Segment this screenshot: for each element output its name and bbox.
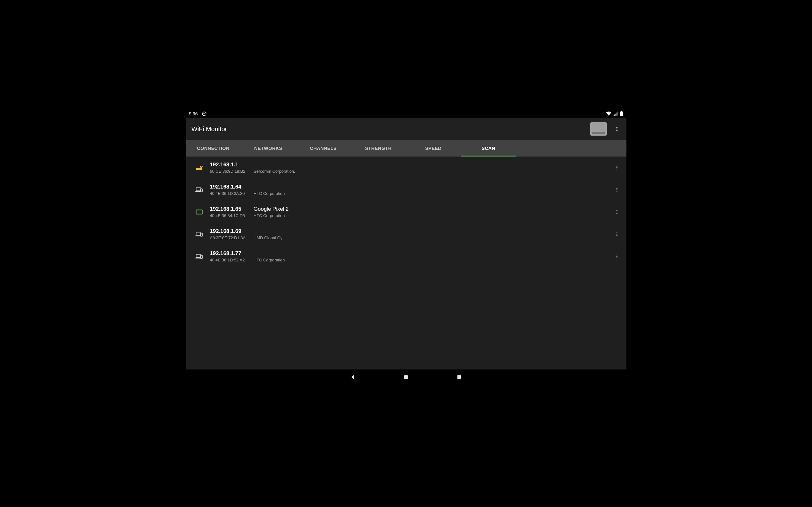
statusbar: 9:36 <box>186 110 626 118</box>
devices-icon <box>195 185 204 194</box>
wifi-icon <box>606 111 611 117</box>
scan-hostname <box>254 250 285 257</box>
scan-row[interactable]: 192.168.1.1 60:CE:86:9D:18:B2 Sercomm Co… <box>186 157 626 179</box>
tab-strength[interactable]: STRENGTH <box>351 140 406 157</box>
system-navbar <box>186 370 626 385</box>
scan-mac: A8:3E:0E:72:D1:8A <box>210 235 247 240</box>
scan-mac: 40:4E:36:1D:52:A2 <box>210 258 247 262</box>
this-device-icon <box>195 208 204 216</box>
scan-ip: 192.168.1.65 <box>210 206 247 212</box>
svg-rect-12 <box>457 375 461 379</box>
tabbar: CONNECTION NETWORKS CHANNELS STRENGTH SP… <box>186 140 626 157</box>
devices-icon <box>195 252 204 261</box>
row-overflow-button[interactable] <box>609 249 624 264</box>
devices-icon <box>195 230 204 239</box>
scan-mac: 40:4E:36:84:1C:D5 <box>210 213 247 218</box>
row-overflow-button[interactable] <box>609 182 624 198</box>
svg-rect-6 <box>196 210 202 214</box>
svg-point-1 <box>198 169 198 169</box>
scan-mac: 60:CE:86:9D:18:B2 <box>210 169 247 174</box>
tab-networks[interactable]: NETWORKS <box>241 140 296 157</box>
scan-mac: 40:4E:36:1D:2A:30 <box>210 191 247 196</box>
device-frame: 9:36 WiFi Monitor <box>186 110 626 385</box>
scan-vendor: HMD Global Oy <box>254 235 283 240</box>
scan-hostname <box>254 184 285 190</box>
ad-placeholder[interactable] <box>590 122 607 135</box>
svg-rect-4 <box>200 189 202 192</box>
tab-channels[interactable]: CHANNELS <box>296 140 351 157</box>
nav-recents-button[interactable] <box>455 373 464 382</box>
nav-back-button[interactable] <box>348 373 357 382</box>
scan-list[interactable]: 192.168.1.1 60:CE:86:9D:18:B2 Sercomm Co… <box>186 157 626 370</box>
svg-point-2 <box>199 169 199 169</box>
row-overflow-button[interactable] <box>609 205 624 220</box>
tab-speed[interactable]: SPEED <box>406 140 461 157</box>
scan-ip: 192.168.1.77 <box>210 250 247 257</box>
router-icon <box>195 163 204 172</box>
scan-ip: 192.168.1.69 <box>210 228 247 234</box>
scan-vendor: HTC Corporation <box>254 213 289 218</box>
tab-scan[interactable]: SCAN <box>461 140 516 157</box>
scan-row[interactable]: 192.168.1.77 40:4E:36:1D:52:A2 HTC Corpo… <box>186 245 626 268</box>
tab-connection[interactable]: CONNECTION <box>186 140 241 157</box>
scan-ip: 192.168.1.1 <box>210 162 247 168</box>
appbar: WiFi Monitor <box>186 118 626 140</box>
svg-rect-7 <box>200 233 202 236</box>
scan-hostname <box>254 228 283 235</box>
svg-point-0 <box>197 169 197 169</box>
scan-row[interactable]: 192.168.1.69 A8:3E:0E:72:D1:8A HMD Globa… <box>186 223 626 245</box>
overflow-menu-button[interactable] <box>609 121 624 136</box>
scan-vendor: HTC Corporation <box>254 191 285 196</box>
do-not-disturb-icon <box>202 111 207 116</box>
svg-point-11 <box>404 375 409 380</box>
row-overflow-button[interactable] <box>609 227 624 242</box>
scan-vendor: Sercomm Corporation. <box>254 169 295 174</box>
status-clock: 9:36 <box>189 111 198 116</box>
scan-hostname: Google Pixel 2 <box>254 206 289 212</box>
cell-signal-icon <box>613 111 618 117</box>
scan-row[interactable]: 192.168.1.64 40:4E:36:1D:2A:30 HTC Corpo… <box>186 179 626 201</box>
scan-row[interactable]: 192.168.1.65 40:4E:36:84:1C:D5 Google Pi… <box>186 201 626 223</box>
scan-hostname <box>254 162 295 168</box>
svg-rect-9 <box>200 256 202 259</box>
battery-icon <box>620 111 623 117</box>
nav-home-button[interactable] <box>402 373 410 382</box>
row-overflow-button[interactable] <box>609 160 624 175</box>
scan-vendor: HTC Corporation <box>254 258 285 262</box>
app-title: WiFi Monitor <box>192 125 227 133</box>
scan-ip: 192.168.1.64 <box>210 184 247 190</box>
